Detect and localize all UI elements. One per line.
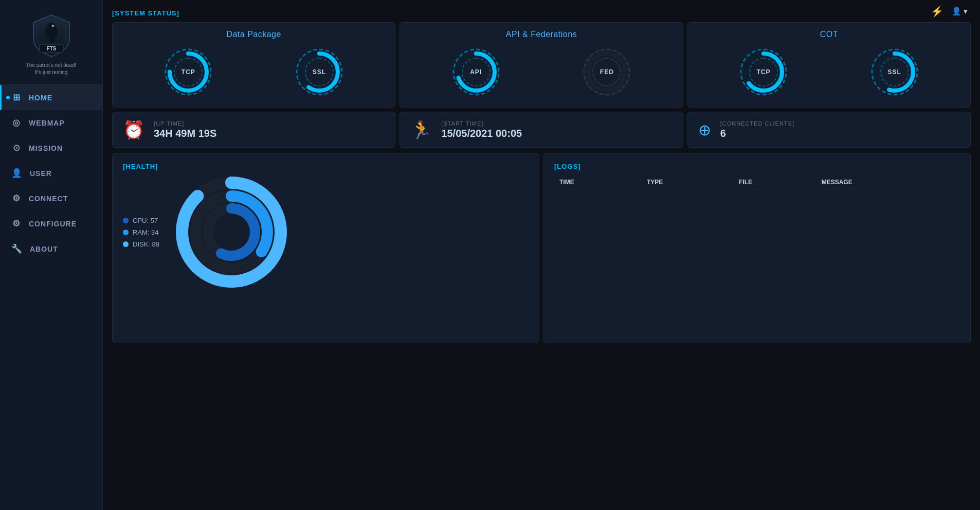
cot-tcp-label: TCP [756,68,770,76]
main-content: [SYSTEM STATUS] Data Package [103,0,980,510]
sidebar-item-mission[interactable]: ⊙ MISSION [0,135,102,161]
donut-chart [175,175,288,289]
uptime-sub-label: [UP TIME] [154,120,216,127]
ssl-label: SSL [313,68,326,76]
sidebar-item-user[interactable]: 👤 USER [0,161,102,186]
system-status-label: [SYSTEM STATUS] [112,9,971,17]
bottom-row: [HEALTH] CPU: 57 RAM: 34 DISK: 88 [112,153,971,343]
api-federations-title: API & Federations [410,30,672,39]
webmap-icon: ◎ [11,117,22,128]
disk-legend-label: DISK: 88 [133,240,159,248]
disk-dot [123,241,129,247]
sidebar-item-label: CONFIGURE [29,220,77,228]
about-icon: 🔧 [11,243,23,254]
sidebar-item-label: WEBMAP [29,119,65,127]
svg-text:FTS: FTS [46,46,56,51]
gauge-wrap-ssl: SSL [294,46,345,98]
active-dot [6,96,10,99]
api-label: API [470,68,482,76]
gauge-wrap-cot-tcp: TCP [738,46,789,98]
sidebar-item-about[interactable]: 🔧 ABOUT [0,236,102,261]
logo-subtitle: The parrot's not dead! It's just resting [26,62,77,76]
gauge-cot-tcp: TCP [738,46,789,98]
sidebar-item-label: ABOUT [30,245,58,253]
tcp-label: TCP [182,68,195,76]
sidebar-item-home[interactable]: ⊞ HOME [0,85,102,110]
signal-icon[interactable]: ⚡ [931,5,943,17]
logo-area: FTS The parrot's not dead! It's just res… [0,0,102,85]
data-package-gauges: TCP SSL [123,46,385,98]
sidebar-item-connect[interactable]: ⚙ CONNECT [0,186,102,211]
clock-icon: ⏰ [123,119,144,140]
uptime-card: ⏰ [UP TIME] 34H 49M 19S [112,112,395,148]
sidebar-item-webmap[interactable]: ◎ WEBMAP [0,110,102,135]
legend-ram: RAM: 34 [123,228,159,236]
ram-legend-label: RAM: 34 [133,228,159,236]
health-card: [HEALTH] CPU: 57 RAM: 34 DISK: 88 [112,153,539,343]
ram-dot [123,230,129,235]
cot-title: COT [698,30,960,39]
mission-icon: ⊙ [11,143,22,153]
cpu-dot [123,218,129,223]
sidebar-item-label: HOME [29,94,52,102]
sidebar-item-label: CONNECT [29,195,68,203]
uptime-value: 34H 49M 19S [154,128,216,139]
data-package-card: Data Package [112,22,395,108]
fed-label: FED [600,68,614,76]
sidebar-item-configure[interactable]: ⚙ CONFIGURE [0,211,102,236]
cpu-legend-label: CPU: 57 [133,217,158,224]
gauge-ssl: SSL [294,46,345,98]
col-message: MESSAGE [816,175,960,189]
user-menu[interactable]: 👤 ▾ [952,7,968,16]
configure-icon: ⚙ [11,218,22,229]
logs-card: [LOGS] TIME TYPE FILE MESSAGE [543,153,971,343]
gauge-wrap-cot-ssl: SSL [869,46,920,98]
sidebar-item-label: MISSION [29,144,63,152]
logs-label: [LOGS] [554,163,960,170]
gauge-wrap-api: API [450,46,502,98]
svg-point-2 [52,25,54,27]
cot-ssl-label: SSL [887,68,901,76]
col-file: FILE [734,175,816,189]
api-federations-gauges: API FED [410,46,672,98]
api-federations-card: API & Federations API [400,22,683,108]
logs-table: TIME TYPE FILE MESSAGE [554,175,960,189]
clients-value: 6 [720,128,794,139]
starttime-value: 15/05/2021 00:05 [441,128,522,139]
clients-card: ⊕ [CONNECTED CLIENTS] 6 [687,112,971,148]
health-content: CPU: 57 RAM: 34 DISK: 88 [123,175,529,289]
starttime-sub-label: [START TIME] [441,120,522,127]
clients-text: [CONNECTED CLIENTS] 6 [720,120,794,139]
data-package-title: Data Package [123,30,385,39]
cot-card: COT TCP [687,22,971,108]
col-type: TYPE [642,175,734,189]
legend-cpu: CPU: 57 [123,217,159,224]
connect-icon: ⚙ [11,193,22,204]
sidebar-item-label: USER [30,169,52,178]
cot-gauges: TCP SSL [698,46,960,98]
clients-sub-label: [CONNECTED CLIENTS] [720,120,794,127]
status-row: Data Package [112,22,971,108]
gauge-fed: FED [581,46,632,98]
gauge-cot-ssl: SSL [869,46,920,98]
gauge-wrap-tcp: TCP [162,46,214,98]
col-time: TIME [554,175,642,189]
uptime-text: [UP TIME] 34H 49M 19S [154,120,216,139]
starttime-card: 🏃 [START TIME] 15/05/2021 00:05 [400,112,683,148]
topbar: ⚡ 👤 ▾ [931,0,980,23]
sidebar: FTS The parrot's not dead! It's just res… [0,0,103,510]
health-legend: CPU: 57 RAM: 34 DISK: 88 [123,217,159,248]
clients-icon: ⊕ [698,121,711,139]
gauge-tcp: TCP [162,46,214,98]
svg-point-1 [47,23,56,31]
home-icon: ⊞ [11,92,22,103]
gauge-api: API [450,46,502,98]
starttime-text: [START TIME] 15/05/2021 00:05 [441,120,522,139]
info-row: ⏰ [UP TIME] 34H 49M 19S 🏃 [START TIME] 1… [112,112,971,148]
logo-shield: FTS [28,12,75,59]
gauge-wrap-fed: FED [581,46,632,98]
health-label: [HEALTH] [123,163,529,170]
runner-icon: 🏃 [410,119,432,140]
user-icon: 👤 [11,168,23,179]
legend-disk: DISK: 88 [123,240,159,248]
